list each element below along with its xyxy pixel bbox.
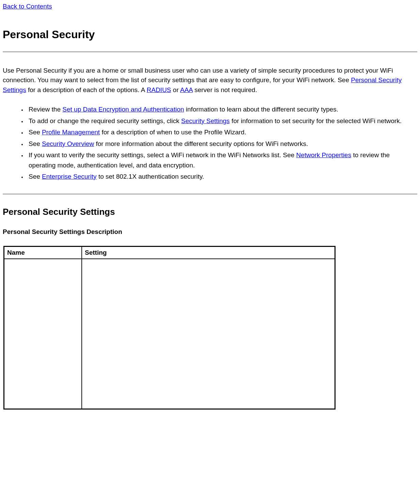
table-header-name: Name (4, 247, 82, 259)
list-text: for more information about the different… (94, 140, 308, 147)
bullet-list: Review the Set up Data Encryption and Au… (3, 104, 417, 181)
radius-link[interactable]: RADIUS (147, 86, 171, 93)
table-cell (4, 259, 82, 409)
back-to-contents-link[interactable]: Back to Contents (3, 2, 52, 11)
intro-text: for a description of each of the options… (26, 86, 147, 93)
list-item: See Profile Management for a description… (27, 127, 417, 137)
list-text: See (29, 129, 42, 136)
list-text: See (29, 140, 42, 147)
intro-text: or (171, 86, 180, 93)
list-item: Review the Set up Data Encryption and Au… (27, 104, 417, 114)
section-heading: Personal Security Settings (3, 206, 417, 218)
table-header-row: Name Setting (4, 247, 335, 259)
list-item: To add or change the required security s… (27, 116, 417, 126)
inline-link[interactable]: Profile Management (42, 129, 100, 136)
aaa-link[interactable]: AAA (180, 86, 193, 93)
table-row (4, 259, 335, 409)
list-text: Review the (29, 106, 62, 113)
list-text: To add or change the required security s… (29, 117, 181, 124)
list-text: information to learn about the different… (184, 106, 338, 113)
list-text: If you want to verify the security setti… (29, 151, 296, 159)
settings-table: Name Setting (3, 246, 336, 410)
inline-link[interactable]: Set up Data Encryption and Authenticatio… (62, 106, 184, 113)
list-item: See Security Overview for more informati… (27, 139, 417, 149)
intro-text: server is not required. (193, 86, 257, 93)
inline-link[interactable]: Security Settings (181, 117, 230, 124)
table-cell (82, 259, 335, 409)
inline-link[interactable]: Enterprise Security (42, 173, 97, 180)
subsection-heading: Personal Security Settings Description (3, 227, 417, 236)
inline-link[interactable]: Network Properties (296, 151, 352, 159)
list-item: See Enterprise Security to set 802.1X au… (27, 172, 417, 181)
divider (3, 194, 417, 194)
list-text: for information to set security for the … (230, 117, 402, 124)
list-text: See (29, 173, 42, 180)
intro-text: Use Personal Security if you are a home … (3, 67, 393, 84)
list-text: to set 802.1X authentication security. (97, 173, 204, 180)
list-item: If you want to verify the security setti… (27, 150, 417, 170)
page-title: Personal Security (3, 27, 417, 42)
list-text: for a description of when to use the Pro… (100, 129, 246, 136)
divider (3, 51, 417, 52)
table-header-setting: Setting (82, 247, 335, 259)
inline-link[interactable]: Security Overview (42, 140, 94, 147)
intro-paragraph: Use Personal Security if you are a home … (3, 66, 417, 95)
